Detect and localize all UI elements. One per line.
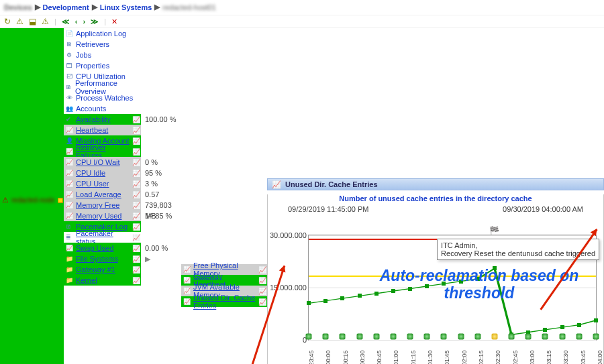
refresh-icon[interactable]: ↻ — [4, 17, 11, 26]
data-point[interactable] — [594, 318, 598, 322]
metric-link[interactable]: CPU User — [76, 180, 130, 188]
mini-chart-icon[interactable]: 📈 — [132, 148, 139, 156]
nav-item[interactable]: 🗎Performance Overview — [64, 82, 141, 93]
metric-item[interactable]: 📈CPU I/O Wait📈 — [64, 157, 141, 168]
nav-item[interactable]: 👥Accounts — [64, 103, 141, 114]
nav-link[interactable]: Retrievers — [76, 40, 109, 48]
data-point[interactable] — [374, 292, 379, 296]
metric-item[interactable]: 📈Swap Used📈 — [64, 243, 141, 253]
status-marker-ok[interactable] — [390, 334, 396, 340]
data-point[interactable] — [493, 266, 497, 270]
mini-chart-icon[interactable]: 📈 — [258, 288, 265, 295]
mini-chart-icon[interactable]: 📈 — [132, 137, 139, 145]
data-point[interactable] — [408, 287, 412, 291]
data-point[interactable] — [391, 289, 395, 293]
metric-link[interactable]: Memory Free — [76, 201, 130, 209]
metric-link[interactable]: CPU Idle — [76, 169, 130, 177]
next-icon[interactable]: › — [83, 17, 86, 25]
mini-chart-icon[interactable]: 📈 — [132, 266, 139, 274]
last-icon[interactable]: ≫ — [91, 17, 99, 26]
nav-link[interactable]: Performance Overview — [75, 79, 139, 95]
mini-chart-icon[interactable]: 📈 — [132, 180, 139, 188]
status-marker-ok[interactable] — [458, 334, 464, 340]
status-marker-ok[interactable] — [340, 334, 346, 340]
tool-icon[interactable]: ⬓ — [29, 17, 36, 26]
metric-item[interactable]: 📈Load Average📈 — [64, 189, 141, 200]
status-marker-ok[interactable] — [593, 334, 599, 340]
metric-item[interactable]: 📁File Systems📈 — [64, 253, 141, 264]
nav-item[interactable]: 👁Process Watches — [64, 93, 141, 103]
nav-link[interactable]: Jobs — [76, 51, 91, 59]
status-marker-ok[interactable] — [373, 334, 379, 340]
tool-icon[interactable]: ⚠ — [16, 17, 23, 26]
mini-chart-icon[interactable]: 📈 — [132, 159, 139, 166]
metric-link[interactable]: Gateway #1 — [76, 265, 130, 274]
data-point[interactable] — [560, 325, 564, 329]
metric-item[interactable]: 📈Retriever Failures📈 — [64, 146, 141, 157]
status-marker-ok[interactable] — [576, 334, 582, 340]
warning-icon[interactable]: ⚠ — [42, 17, 49, 26]
nav-link[interactable]: Properties — [76, 62, 109, 70]
status-marker-ok[interactable] — [356, 334, 362, 340]
nav-item[interactable]: 🗔Properties — [64, 60, 141, 71]
data-point[interactable] — [358, 294, 362, 298]
status-marker-ok[interactable] — [542, 334, 548, 340]
data-point[interactable] — [442, 282, 446, 286]
mini-chart-icon[interactable]: 📈 — [132, 213, 139, 220]
mini-chart-icon[interactable]: 📈 — [132, 191, 139, 198]
status-marker-ok[interactable] — [559, 334, 565, 340]
status-marker-ok[interactable] — [407, 334, 413, 340]
data-point[interactable] — [425, 284, 429, 288]
status-marker-ok[interactable] — [306, 334, 312, 340]
metric-link[interactable]: Memory Used — [76, 212, 130, 220]
crumb-1[interactable]: Devices — [4, 3, 32, 11]
metric-item[interactable]: 📈Heartbeat📈 — [64, 125, 141, 135]
nav-link[interactable]: Accounts — [76, 105, 106, 113]
mini-chart-icon[interactable]: 📈 — [132, 245, 139, 252]
metric-link[interactable]: Heartbeat — [76, 126, 130, 134]
metric-link[interactable]: Swap Used — [76, 244, 130, 252]
data-point[interactable] — [323, 299, 328, 303]
status-marker-ok[interactable] — [323, 334, 329, 340]
nav-link[interactable]: Process Watches — [76, 94, 133, 102]
mini-chart-icon[interactable]: 📈 — [258, 266, 265, 274]
data-point[interactable] — [340, 296, 344, 300]
data-point[interactable] — [543, 328, 547, 332]
crumb-2[interactable]: Development — [43, 3, 89, 11]
nav-item[interactable]: ⚙Jobs — [64, 50, 141, 60]
metric-item[interactable]: 📈Memory Used📈 — [64, 210, 141, 221]
mini-chart-icon[interactable]: 📈 — [132, 234, 139, 241]
metric-link[interactable]: Availability — [76, 115, 130, 123]
status-marker-ok[interactable] — [474, 334, 481, 340]
status-marker-ok[interactable] — [525, 334, 532, 340]
event-flag-icon[interactable]: 🏁 — [489, 226, 499, 235]
metric-item[interactable]: 📈CPU Idle📈 — [64, 168, 141, 178]
metric-item[interactable]: 📁Kernel📈 — [64, 275, 141, 286]
nav-item[interactable]: 🗎Retrievers — [64, 39, 141, 50]
nav-link[interactable]: Application Log — [76, 29, 126, 38]
status-marker-ok[interactable] — [424, 334, 430, 340]
metric-item[interactable]: ✔Availability📈 — [64, 114, 141, 125]
prev-icon[interactable]: ‹ — [75, 17, 78, 25]
mini-chart-icon[interactable]: 📈 — [132, 202, 139, 209]
mini-chart-icon[interactable]: 📈 — [258, 277, 265, 284]
first-icon[interactable]: ≪ — [62, 17, 70, 26]
mini-chart-icon[interactable]: 📈 — [132, 277, 139, 284]
metric-link[interactable]: Load Average — [76, 190, 130, 198]
metric-item[interactable]: 📈Memory Free📈 — [64, 200, 141, 210]
data-point[interactable] — [459, 280, 463, 284]
close-icon[interactable]: ✕ — [111, 17, 117, 26]
metric-item[interactable]: 📁Gateway #1📈 — [64, 264, 141, 275]
mini-chart-icon[interactable]: 📈 — [132, 255, 139, 263]
mini-chart-icon[interactable]: 📈 — [258, 298, 265, 306]
nav-item[interactable]: 📄Application Log — [64, 28, 141, 39]
status-marker-warn[interactable] — [491, 334, 497, 340]
status-marker-ok[interactable] — [441, 334, 447, 340]
sub-metric-item[interactable]: 📈Unused Dir. Cache Entries📈 — [181, 296, 267, 307]
metric-item[interactable]: ≣Pacemaker status📈 — [64, 232, 141, 243]
metric-link[interactable]: Kernel — [76, 276, 130, 284]
data-point[interactable] — [577, 323, 581, 327]
data-point[interactable] — [476, 277, 480, 281]
mini-chart-icon[interactable]: 📈 — [132, 223, 139, 231]
metric-link[interactable]: CPU I/O Wait — [76, 158, 130, 166]
